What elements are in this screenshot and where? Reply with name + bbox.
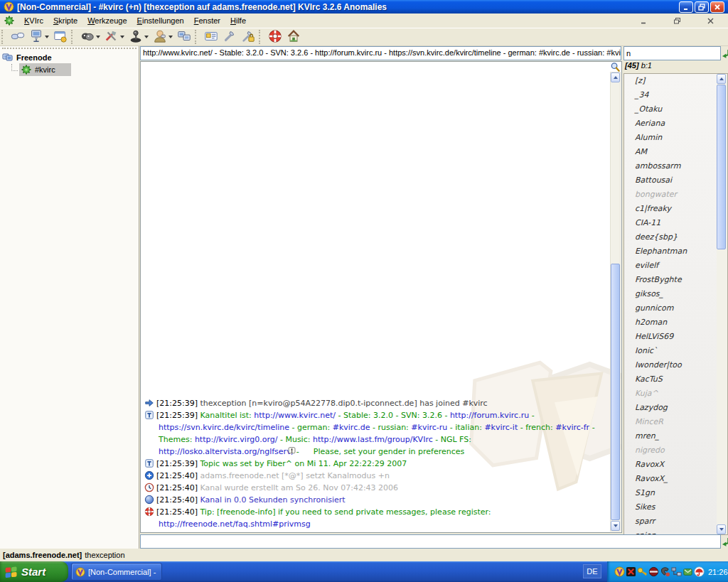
dropdown-arrow-icon[interactable] [45,36,49,38]
antivirus-x-icon[interactable] [626,566,636,577]
menu-einstellungen[interactable]: Einstellungen [132,15,189,26]
server-list-button[interactable] [27,28,51,45]
message-link[interactable]: http://forum.kvirc.ru [450,411,529,420]
mdi-minimize-button[interactable] [637,15,650,26]
nick-list-item[interactable]: RavoxX_ [624,472,727,486]
start-button[interactable]: Start [0,561,68,582]
message-link[interactable]: #kvirc-fr [555,423,589,432]
nick-list-item[interactable]: Lazydog [624,401,727,415]
nick-list-item[interactable]: gunnicom [624,301,727,316]
tree-item-network[interactable]: Freenode [0,51,139,63]
actions-button[interactable] [78,28,102,45]
restore-button[interactable] [695,1,709,13]
nick-list-item[interactable]: Kuja^ [624,387,727,401]
message-link[interactable]: http://www.last.fm/group/KVIrc [313,435,433,444]
scroll-thumb[interactable] [717,85,726,249]
security-ball-icon[interactable] [648,566,659,577]
nick-list-item[interactable]: sparr [624,514,727,529]
message-link[interactable]: https://svn.kvirc.de/kvirc/timeline [159,423,289,432]
server-config-button[interactable] [239,28,257,45]
apply-arrow-icon[interactable] [722,48,728,58]
window-titlebar[interactable]: [Non-Commercial] - #kvirc (+n) [thexcept… [0,0,728,14]
chat-area[interactable]: [21:25:39] thexception [n=kviro@p54A2277… [140,61,622,533]
key-icon[interactable] [637,566,648,577]
language-indicator[interactable]: DE [583,564,601,578]
topic-input[interactable]: http://www.kvirc.net/ - Stable: 3.2.0 - … [140,46,621,60]
nick-list-item[interactable]: deez{sbp} [624,230,727,244]
nick-list[interactable]: [z]_34_OtakuAerianaAluminAMambossarmBatt… [623,73,728,535]
message-link[interactable]: #kvirc-ru [411,423,447,432]
menu-skripte[interactable]: Skripte [48,15,82,26]
games-button[interactable] [127,28,151,45]
mdi-close-button[interactable] [704,15,717,26]
scroll-thumb[interactable] [611,264,620,520]
links-button[interactable] [175,28,193,45]
nick-list-item[interactable]: Sikes [624,500,727,514]
nick-list-item[interactable]: Battousai [624,173,727,188]
nick-list-item[interactable]: giksos_ [624,287,727,301]
menu-hilfe[interactable]: Hilfe [225,15,251,26]
message-link[interactable]: http://losko.altervista.org/nglfserv/ [159,447,294,456]
nick-list-item[interactable]: CIA-11 [624,216,727,230]
chat-scrollbar[interactable] [610,72,621,532]
mdi-restore-button[interactable] [670,15,683,26]
avira-icon[interactable] [694,566,705,577]
taskbar-task-kvirc[interactable]: [Non-Commercial] - #... [71,563,162,581]
nick-list-item[interactable]: _Otaku [624,102,727,117]
scroll-down-button[interactable] [611,521,620,531]
nick-list-item[interactable]: ambossarm [624,159,727,173]
nick-list-item[interactable]: MinceR [624,415,727,429]
nick-list-item[interactable]: Aeriana [624,117,727,131]
dropdown-arrow-icon[interactable] [168,36,173,38]
nick-list-item[interactable]: Ionic` [624,344,727,358]
menu-kvirc[interactable]: KVIrc [19,15,48,26]
nick-list-item[interactable]: KacTuS [624,372,727,387]
network-tool-icon[interactable] [671,566,682,577]
menu-fenster[interactable]: Fenster [189,15,225,26]
phone-icon[interactable] [660,566,670,577]
close-button[interactable] [710,1,724,13]
tree-item-channel[interactable]: #kvirc [0,63,139,75]
search-icon[interactable] [610,62,621,72]
scroll-down-button[interactable] [717,524,726,534]
nick-list-item[interactable]: Elephantman [624,244,727,259]
minimize-button[interactable] [679,1,693,13]
nick-list-item[interactable]: Iwonder|too [624,358,727,372]
nick-list-item[interactable]: _34 [624,88,727,102]
nicklist-scrollbar[interactable] [717,74,727,534]
nick-list-item[interactable]: bongwater [624,188,727,202]
message-link[interactable]: http://kvirc.virg0.org/ [195,435,278,444]
connect-button[interactable] [9,28,27,45]
identity-button[interactable] [151,28,175,45]
nick-list-item[interactable]: RavoxX [624,458,727,472]
tools-button[interactable] [102,28,127,45]
registered-users-button[interactable] [202,28,220,45]
nick-list-item[interactable]: S1gn [624,486,727,500]
message-link[interactable]: http://freenode.net/faq.shtml#privmsg [159,519,311,529]
nick-list-item[interactable]: mren_ [624,429,727,443]
nick-list-item[interactable]: FrostByghte [624,273,727,287]
kvirc-tray-icon[interactable] [614,566,625,577]
nick-list-item[interactable]: HelLViS69 [624,330,727,344]
message-link[interactable]: #kvirc.de [333,423,370,432]
nick-list-item[interactable]: c1|freaky [624,202,727,216]
nick-list-item[interactable]: [z] [624,74,727,88]
home-button[interactable] [284,28,303,45]
mail-notify-icon[interactable] [682,566,693,577]
message-link[interactable]: #kvirc-it [484,423,518,432]
send-arrow-icon[interactable] [722,537,728,546]
scroll-up-button[interactable] [717,74,726,84]
dropdown-arrow-icon[interactable] [144,36,149,38]
menu-werkzeuge[interactable]: Werkzeuge [82,15,132,26]
nick-completion-input[interactable] [623,46,721,60]
new-console-button[interactable] [51,28,70,45]
dropdown-arrow-icon[interactable] [96,36,100,38]
dropdown-arrow-icon[interactable] [120,36,124,38]
nick-list-item[interactable]: AM [624,145,727,159]
message-input[interactable] [140,534,721,549]
nick-list-item[interactable]: h2oman [624,316,727,330]
nick-list-item[interactable]: Alumin [624,131,727,145]
scroll-up-button[interactable] [611,72,620,82]
nick-list-item[interactable]: nigredo [624,443,727,458]
options-button[interactable] [220,28,239,45]
